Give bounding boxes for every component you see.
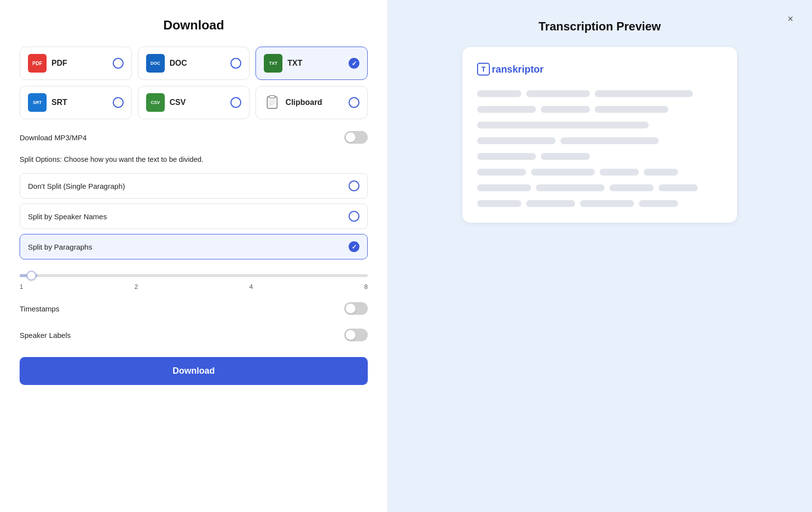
skeleton-line [477,137,556,144]
split-options-group: Don't Split (Single Paragraph) Split by … [20,173,368,259]
format-card-left-pdf: PDF PDF [28,54,67,73]
skeleton-line [477,153,536,160]
skeleton-line [580,200,634,207]
preview-title: Transcription Preview [538,20,660,33]
skeleton-row-6 [477,169,722,176]
format-card-clipboard[interactable]: Clipboard [255,86,368,119]
skeleton-row-8 [477,200,722,207]
skeleton-line [600,169,639,176]
format-card-left-txt: TXT TXT [264,54,302,73]
skeleton-line [531,169,595,176]
timestamps-label: Timestamps [20,305,59,313]
skeleton-line [477,169,526,176]
speaker-labels-row: Speaker Labels [20,327,368,343]
format-card-left-srt: SRT SRT [28,93,67,112]
skeleton-line [541,153,590,160]
skeleton-line [477,90,521,97]
timestamps-toggle[interactable] [344,302,368,315]
by-paragraphs-radio[interactable] [349,241,359,252]
split-option-paragraphs[interactable]: Split by Paragraphs [20,234,368,259]
pdf-label: PDF [51,59,67,68]
speaker-labels-label: Speaker Labels [20,331,71,339]
skeleton-content [477,90,722,207]
doc-label: DOC [170,59,187,68]
format-card-left-doc: DOC DOC [146,54,187,73]
mp3mp4-row: Download MP3/MP4 [20,129,368,146]
csv-radio[interactable] [230,97,241,108]
by-speaker-label: Split by Speaker Names [28,212,107,221]
format-grid: PDF PDF DOC DOC TXT TXT SRT SRT [20,47,368,119]
txt-label: TXT [287,59,302,68]
srt-icon: SRT [28,93,47,112]
format-card-pdf[interactable]: PDF PDF [20,47,132,80]
format-card-left-clipboard: Clipboard [264,94,322,111]
srt-radio[interactable] [113,97,124,108]
skeleton-row-3 [477,122,722,128]
mp3mp4-label: Download MP3/MP4 [20,133,87,142]
format-card-srt[interactable]: SRT SRT [20,86,132,119]
timestamps-row: Timestamps [20,300,368,317]
skeleton-line [609,184,654,191]
page-title: Download [20,18,368,33]
clipboard-icon [264,94,280,111]
skeleton-line [595,106,668,113]
skeleton-line [477,106,536,113]
skeleton-row-4 [477,137,722,144]
skeleton-line [659,184,698,191]
logo-box: T [477,63,490,76]
format-card-doc[interactable]: DOC DOC [138,47,250,80]
right-panel: × Transcription Preview T ranskriptor [387,0,812,512]
skeleton-row-5 [477,153,722,160]
skeleton-line [526,90,590,97]
format-card-txt[interactable]: TXT TXT [255,47,368,80]
skeleton-line [595,90,693,97]
slider-track [20,274,368,277]
preview-card: T ranskriptor [462,47,737,223]
download-button[interactable]: Download [20,357,368,385]
mp3mp4-toggle[interactable] [344,131,368,144]
slider-tick-8: 8 [364,283,368,290]
skeleton-line [477,122,649,128]
skeleton-line [639,200,678,207]
skeleton-row-1 [477,90,722,97]
no-split-radio[interactable] [349,180,359,191]
skeleton-line [477,200,521,207]
skeleton-row-2 [477,106,722,113]
pdf-icon: PDF [28,54,47,73]
speaker-labels-toggle[interactable] [344,329,368,341]
txt-radio[interactable] [349,58,359,69]
srt-label: SRT [51,98,67,107]
paragraphs-slider-container: 1 2 4 8 [20,269,368,290]
transkriptor-logo: T ranskriptor [477,63,722,76]
skeleton-row-7 [477,184,722,191]
left-panel: Download PDF PDF DOC DOC TXT TXT [0,0,387,512]
format-card-csv[interactable]: CSV CSV [138,86,250,119]
split-section-label: Split Options: Choose how you want the t… [20,155,368,163]
slider-tick-2: 2 [134,283,138,290]
skeleton-line [526,200,575,207]
no-split-label: Don't Split (Single Paragraph) [28,182,125,190]
slider-labels: 1 2 4 8 [20,283,368,290]
doc-icon: DOC [146,54,165,73]
split-option-no-split[interactable]: Don't Split (Single Paragraph) [20,173,368,199]
txt-icon: TXT [264,54,282,73]
clipboard-label: Clipboard [285,98,322,107]
split-option-speaker[interactable]: Split by Speaker Names [20,204,368,229]
slider-tick-4: 4 [250,283,253,290]
clipboard-radio[interactable] [349,97,359,108]
skeleton-line [536,184,605,191]
doc-radio[interactable] [230,58,241,69]
skeleton-line [541,106,590,113]
by-speaker-radio[interactable] [349,211,359,222]
skeleton-line [644,169,678,176]
by-paragraphs-label: Split by Paragraphs [28,243,92,251]
close-button[interactable]: × [783,11,798,26]
slider-tick-1: 1 [20,283,23,290]
pdf-radio[interactable] [113,58,124,69]
logo-text: ranskriptor [492,64,544,75]
slider-thumb[interactable] [26,271,36,281]
csv-label: CSV [170,98,186,107]
format-card-left-csv: CSV CSV [146,93,186,112]
svg-rect-1 [269,96,275,98]
skeleton-line [560,137,659,144]
